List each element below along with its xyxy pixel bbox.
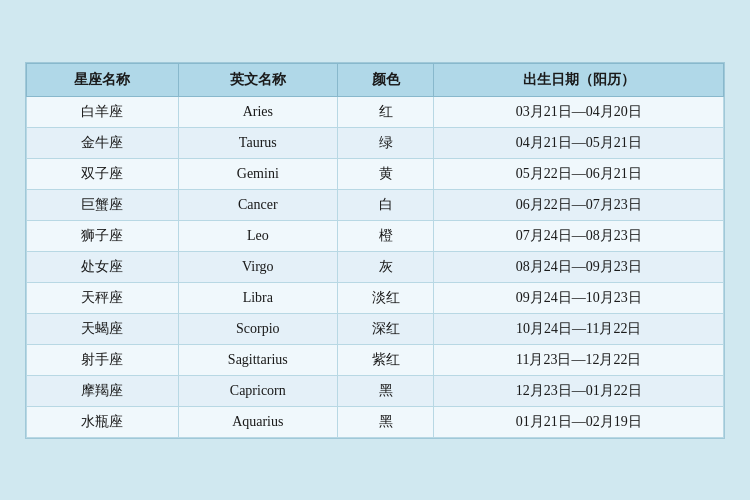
- cell-chinese: 双子座: [27, 158, 179, 189]
- col-header-chinese: 星座名称: [27, 63, 179, 96]
- cell-dates: 05月22日—06月21日: [434, 158, 724, 189]
- cell-chinese: 水瓶座: [27, 406, 179, 437]
- cell-english: Libra: [178, 282, 337, 313]
- cell-chinese: 天蝎座: [27, 313, 179, 344]
- table-header-row: 星座名称 英文名称 颜色 出生日期（阳历）: [27, 63, 724, 96]
- col-header-color: 颜色: [337, 63, 434, 96]
- cell-color: 黄: [337, 158, 434, 189]
- cell-english: Aries: [178, 96, 337, 127]
- col-header-english: 英文名称: [178, 63, 337, 96]
- table-row: 射手座Sagittarius紫红11月23日—12月22日: [27, 344, 724, 375]
- cell-color: 深红: [337, 313, 434, 344]
- table-row: 天蝎座Scorpio深红10月24日—11月22日: [27, 313, 724, 344]
- cell-color: 淡红: [337, 282, 434, 313]
- cell-english: Aquarius: [178, 406, 337, 437]
- cell-color: 紫红: [337, 344, 434, 375]
- cell-chinese: 金牛座: [27, 127, 179, 158]
- cell-dates: 10月24日—11月22日: [434, 313, 724, 344]
- cell-color: 灰: [337, 251, 434, 282]
- zodiac-table: 星座名称 英文名称 颜色 出生日期（阳历） 白羊座Aries红03月21日—04…: [26, 63, 724, 438]
- cell-dates: 12月23日—01月22日: [434, 375, 724, 406]
- cell-english: Sagittarius: [178, 344, 337, 375]
- table-row: 巨蟹座Cancer白06月22日—07月23日: [27, 189, 724, 220]
- cell-english: Leo: [178, 220, 337, 251]
- table-row: 水瓶座Aquarius黑01月21日—02月19日: [27, 406, 724, 437]
- cell-dates: 04月21日—05月21日: [434, 127, 724, 158]
- cell-english: Gemini: [178, 158, 337, 189]
- cell-english: Scorpio: [178, 313, 337, 344]
- cell-english: Cancer: [178, 189, 337, 220]
- cell-color: 黑: [337, 375, 434, 406]
- cell-dates: 03月21日—04月20日: [434, 96, 724, 127]
- table-row: 天秤座Libra淡红09月24日—10月23日: [27, 282, 724, 313]
- cell-color: 红: [337, 96, 434, 127]
- cell-dates: 08月24日—09月23日: [434, 251, 724, 282]
- col-header-dates: 出生日期（阳历）: [434, 63, 724, 96]
- cell-dates: 07月24日—08月23日: [434, 220, 724, 251]
- table-row: 白羊座Aries红03月21日—04月20日: [27, 96, 724, 127]
- cell-color: 橙: [337, 220, 434, 251]
- table-row: 摩羯座Capricorn黑12月23日—01月22日: [27, 375, 724, 406]
- zodiac-table-container: 星座名称 英文名称 颜色 出生日期（阳历） 白羊座Aries红03月21日—04…: [25, 62, 725, 439]
- cell-dates: 09月24日—10月23日: [434, 282, 724, 313]
- cell-chinese: 射手座: [27, 344, 179, 375]
- cell-english: Taurus: [178, 127, 337, 158]
- cell-english: Virgo: [178, 251, 337, 282]
- cell-chinese: 白羊座: [27, 96, 179, 127]
- cell-english: Capricorn: [178, 375, 337, 406]
- cell-color: 白: [337, 189, 434, 220]
- cell-color: 黑: [337, 406, 434, 437]
- cell-dates: 06月22日—07月23日: [434, 189, 724, 220]
- cell-dates: 01月21日—02月19日: [434, 406, 724, 437]
- cell-dates: 11月23日—12月22日: [434, 344, 724, 375]
- cell-color: 绿: [337, 127, 434, 158]
- cell-chinese: 巨蟹座: [27, 189, 179, 220]
- cell-chinese: 天秤座: [27, 282, 179, 313]
- table-row: 金牛座Taurus绿04月21日—05月21日: [27, 127, 724, 158]
- cell-chinese: 狮子座: [27, 220, 179, 251]
- cell-chinese: 摩羯座: [27, 375, 179, 406]
- table-row: 双子座Gemini黄05月22日—06月21日: [27, 158, 724, 189]
- cell-chinese: 处女座: [27, 251, 179, 282]
- table-row: 狮子座Leo橙07月24日—08月23日: [27, 220, 724, 251]
- table-row: 处女座Virgo灰08月24日—09月23日: [27, 251, 724, 282]
